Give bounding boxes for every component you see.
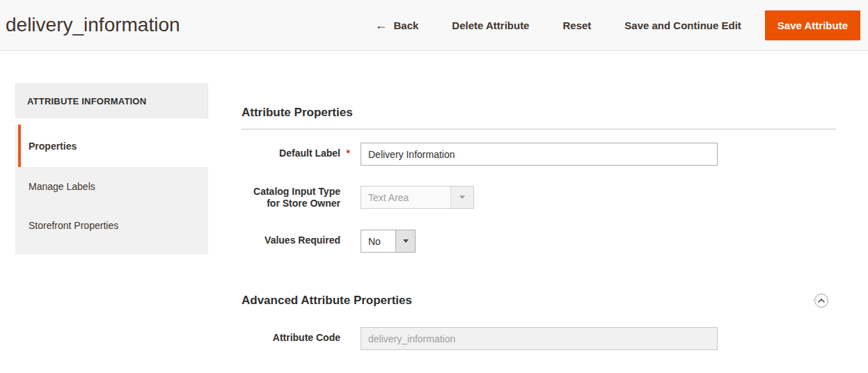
header-actions: ← Back Delete Attribute Reset Save and C…: [374, 10, 860, 40]
attribute-code-row: Attribute Code: [242, 327, 836, 350]
default-label-label: Default Label *: [242, 143, 361, 166]
catalog-input-type-label: Catalog Input Type for Store Owner: [242, 186, 361, 209]
reset-button[interactable]: Reset: [562, 19, 591, 31]
dropdown-arrow-box: [450, 186, 473, 208]
catalog-input-type-select: Text Area: [361, 186, 474, 209]
values-required-label: Values Required: [242, 230, 361, 253]
page-header: delivery_information ← Back Delete Attri…: [0, 0, 868, 51]
sidebar-nav: Properties Manage Labels Storefront Prop…: [15, 125, 208, 255]
attribute-code-label: Attribute Code: [242, 327, 361, 350]
sidebar-item-manage-labels[interactable]: Manage Labels: [15, 167, 208, 206]
values-required-select[interactable]: No: [361, 230, 416, 253]
chevron-up-circle-icon: [814, 293, 829, 308]
sidebar: ATTRIBUTE INFORMATION Properties Manage …: [15, 84, 208, 255]
catalog-input-type-value: Text Area: [361, 186, 450, 208]
caret-down-icon: [459, 196, 465, 199]
save-attribute-button[interactable]: Save Attribute: [765, 10, 860, 40]
sidebar-item-properties[interactable]: Properties: [18, 125, 208, 167]
sidebar-title: ATTRIBUTE INFORMATION: [15, 84, 208, 118]
default-label-input[interactable]: [361, 143, 718, 166]
sidebar-separator: [15, 118, 208, 125]
back-button-label: Back: [393, 19, 418, 31]
required-marker: *: [347, 148, 350, 159]
delete-attribute-button[interactable]: Delete Attribute: [452, 19, 529, 31]
sidebar-item-storefront-properties[interactable]: Storefront Properties: [15, 206, 208, 245]
values-required-value: No: [361, 230, 395, 252]
caret-down-icon: [403, 239, 409, 243]
page-title: delivery_information: [6, 14, 180, 36]
dropdown-arrow-box[interactable]: [395, 230, 415, 252]
catalog-input-type-row: Catalog Input Type for Store Owner Text …: [242, 186, 836, 209]
main-content: Attribute Properties Default Label * Cat…: [242, 51, 836, 350]
advanced-properties-section-title: Advanced Attribute Properties: [242, 294, 412, 308]
save-and-continue-button[interactable]: Save and Continue Edit: [624, 19, 741, 31]
attribute-code-input: [361, 327, 718, 350]
advanced-section-header: Advanced Attribute Properties: [242, 293, 836, 308]
collapse-section-button[interactable]: [814, 293, 829, 308]
attribute-properties-section-title: Attribute Properties: [242, 106, 836, 120]
section-divider: [242, 129, 836, 129]
values-required-row: Values Required No: [242, 230, 836, 253]
default-label-row: Default Label *: [242, 143, 836, 166]
back-button[interactable]: ← Back: [374, 19, 418, 31]
back-arrow-icon: ←: [374, 19, 387, 31]
